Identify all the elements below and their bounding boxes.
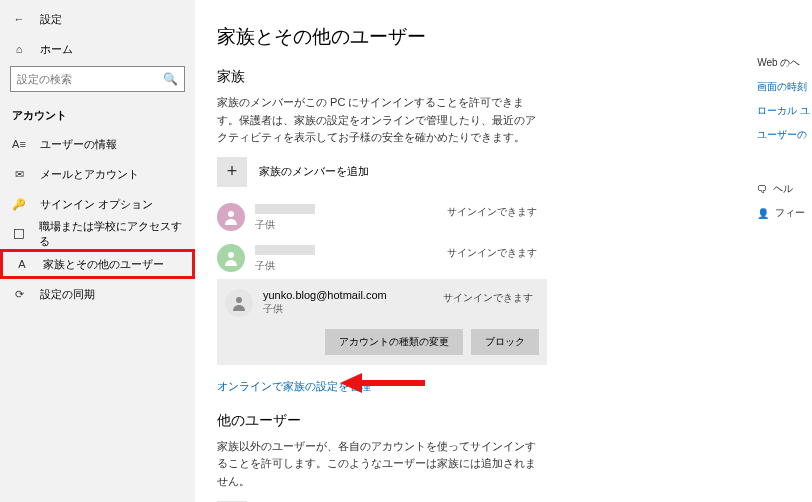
svg-point-2 bbox=[236, 297, 242, 303]
change-account-type-button[interactable]: アカウントの種類の変更 bbox=[325, 329, 463, 355]
svg-marker-4 bbox=[340, 373, 362, 393]
mail-icon: ✉ bbox=[12, 168, 26, 181]
member-status: サインインできます bbox=[443, 291, 533, 305]
member-name bbox=[255, 204, 315, 214]
main-content: 家族とその他のユーザー 家族 家族のメンバーがこの PC にサインインすることを… bbox=[195, 0, 812, 502]
right-column: Web のヘ 画面の時刻 ローカル ユ ユーザーの 🗨ヘル 👤フィー bbox=[757, 56, 812, 230]
sidebar-item-signin[interactable]: 🔑 サインイン オプション bbox=[0, 189, 195, 219]
sidebar-label: 職場または学校にアクセスする bbox=[39, 219, 183, 249]
user-icon: A≡ bbox=[12, 138, 26, 150]
avatar-icon bbox=[225, 289, 253, 317]
member-type: 子供 bbox=[255, 260, 275, 271]
family-member-row[interactable]: 子供 サインインできます bbox=[217, 238, 547, 279]
member-status: サインインできます bbox=[447, 246, 537, 260]
plus-icon: + bbox=[217, 157, 247, 187]
search-input[interactable] bbox=[17, 73, 163, 85]
member-name bbox=[255, 245, 315, 255]
page-title: 家族とその他のユーザー bbox=[217, 24, 790, 50]
sidebar-label: サインイン オプション bbox=[40, 197, 153, 212]
feedback-icon: 👤 bbox=[757, 208, 769, 219]
family-heading: 家族 bbox=[217, 68, 790, 86]
family-member-row-selected[interactable]: yunko.blog@hotmail.com 子供 サインインできます アカウン… bbox=[217, 279, 547, 365]
people-icon: A bbox=[15, 258, 29, 270]
add-family-member[interactable]: + 家族のメンバーを追加 bbox=[217, 157, 790, 187]
others-heading: 他のユーザー bbox=[217, 412, 790, 430]
sidebar-section-account: アカウント bbox=[0, 98, 195, 129]
rc-link[interactable]: ユーザーの bbox=[757, 128, 810, 142]
rc-link[interactable]: 画面の時刻 bbox=[757, 80, 810, 94]
key-icon: 🔑 bbox=[12, 198, 26, 211]
home-icon: ⌂ bbox=[12, 43, 26, 55]
annotation-arrow bbox=[340, 368, 430, 398]
sidebar-item-work[interactable]: 🞎 職場または学校にアクセスする bbox=[0, 219, 195, 249]
briefcase-icon: 🞎 bbox=[12, 228, 25, 240]
sidebar-item-userinfo[interactable]: A≡ ユーザーの情報 bbox=[0, 129, 195, 159]
sidebar-label: 家族とその他のユーザー bbox=[43, 257, 164, 272]
sync-icon: ⟳ bbox=[12, 288, 26, 301]
sidebar-item-family[interactable]: A 家族とその他のユーザー bbox=[0, 249, 195, 279]
sidebar-item-sync[interactable]: ⟳ 設定の同期 bbox=[0, 279, 195, 309]
avatar-icon bbox=[217, 244, 245, 272]
member-status: サインインできます bbox=[447, 205, 537, 219]
sidebar: ← 設定 ⌂ ホーム 🔍 アカウント A≡ ユーザーの情報 ✉ メールとアカウン… bbox=[0, 0, 195, 502]
home-label: ホーム bbox=[40, 42, 73, 57]
sidebar-label: メールとアカウント bbox=[40, 167, 139, 182]
back-button[interactable]: ← 設定 bbox=[0, 4, 195, 34]
help-link[interactable]: 🗨ヘル bbox=[757, 182, 810, 196]
block-button[interactable]: ブロック bbox=[471, 329, 539, 355]
add-family-label: 家族のメンバーを追加 bbox=[259, 164, 369, 179]
sidebar-label: 設定の同期 bbox=[40, 287, 95, 302]
sidebar-label: ユーザーの情報 bbox=[40, 137, 117, 152]
back-arrow-icon: ← bbox=[12, 13, 26, 25]
family-member-row[interactable]: 子供 サインインできます bbox=[217, 197, 547, 238]
others-desc: 家族以外のユーザーが、各自のアカウントを使ってサインインすることを許可します。こ… bbox=[217, 438, 537, 491]
home-button[interactable]: ⌂ ホーム bbox=[0, 34, 195, 64]
feedback-link[interactable]: 👤フィー bbox=[757, 206, 810, 220]
rc-link[interactable]: ローカル ユ bbox=[757, 104, 810, 118]
member-email: yunko.blog@hotmail.com bbox=[263, 289, 387, 301]
svg-point-0 bbox=[228, 211, 234, 217]
search-box[interactable]: 🔍 bbox=[10, 66, 185, 92]
settings-title: 設定 bbox=[40, 12, 62, 27]
member-type: 子供 bbox=[263, 303, 283, 314]
sidebar-item-mail[interactable]: ✉ メールとアカウント bbox=[0, 159, 195, 189]
avatar-icon bbox=[217, 203, 245, 231]
help-icon: 🗨 bbox=[757, 184, 767, 195]
family-desc: 家族のメンバーがこの PC にサインインすることを許可できます。保護者は、家族の… bbox=[217, 94, 537, 147]
svg-point-1 bbox=[228, 252, 234, 258]
member-type: 子供 bbox=[255, 219, 275, 230]
search-icon: 🔍 bbox=[163, 72, 178, 86]
rc-heading: Web のヘ bbox=[757, 56, 810, 70]
